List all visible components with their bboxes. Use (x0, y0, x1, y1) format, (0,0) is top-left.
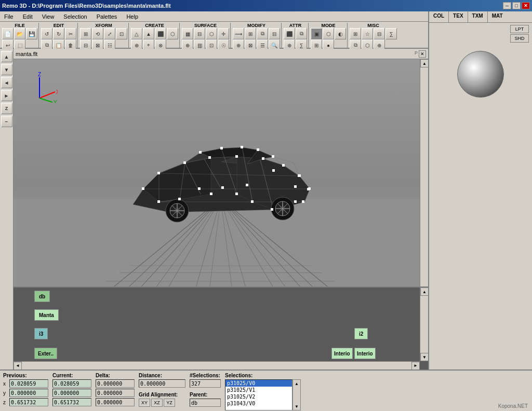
tb-xform-4[interactable]: ⊡ (116, 28, 127, 39)
tb-mode-1[interactable]: ▣ (311, 28, 322, 39)
tree-node-interior1[interactable]: Interio (331, 348, 353, 359)
tb-surf-4[interactable]: ✛ (218, 28, 229, 39)
tb-open[interactable]: 📂 (14, 28, 25, 39)
sellist-vscrollbar[interactable]: ▲ ▼ (292, 379, 301, 410)
tb-create-4[interactable]: ⬡ (167, 28, 178, 39)
tb-surf-1[interactable]: ▦ (182, 28, 193, 39)
tb-create-3[interactable]: ⬛ (155, 28, 166, 39)
toolbar-xform: XFORM ⊞ ⟲ ⤢ ⊡ ⊟ ⊠ ☷ (79, 23, 129, 51)
tb-create-2[interactable]: ▲ (143, 28, 154, 39)
left-right-btn[interactable]: ► (1, 90, 12, 101)
left-down-btn[interactable]: ▼ (1, 64, 12, 75)
tb-undo[interactable]: ↺ (41, 28, 52, 39)
menu-edit[interactable]: Edit (21, 12, 35, 21)
prev-y[interactable] (9, 389, 48, 397)
tree-node-manta[interactable]: Manta (34, 309, 59, 321)
tb-attr-2[interactable]: ⧉ (296, 28, 307, 39)
tree-hscroll-left[interactable]: ◄ (14, 362, 22, 370)
curr-z[interactable] (52, 398, 91, 406)
selections-count-val[interactable] (190, 379, 221, 388)
prev-z[interactable] (9, 398, 48, 406)
tree-node-i3[interactable]: i3 (34, 328, 48, 339)
minimize-button[interactable]: ─ (503, 2, 511, 9)
delta-y[interactable] (96, 389, 135, 397)
delta-x[interactable] (96, 379, 135, 388)
tree-node-interior2[interactable]: Interio (354, 348, 376, 359)
tree-hscrollbar[interactable]: ◄ ► (14, 361, 420, 369)
left-minus-btn[interactable]: − (1, 116, 12, 127)
close-button[interactable]: ✕ (522, 2, 530, 9)
left-left-btn[interactable]: ◄ (1, 77, 12, 88)
toolbar-modify: MODIFY ⟿ ⊞ ⧉ ⊟ ⊕ ⊠ ☰ 🔍 (232, 23, 282, 51)
tb-save[interactable]: 💾 (26, 28, 37, 39)
vscroll-up[interactable]: ▲ (420, 59, 428, 67)
menu-file[interactable]: File (2, 12, 16, 21)
tb-misc-1[interactable]: ⊞ (350, 28, 361, 39)
tree-node-i2[interactable]: i2 (354, 328, 368, 339)
shd-button[interactable]: SHD (510, 34, 529, 43)
tree-node-exterior[interactable]: Exter.. (34, 348, 57, 359)
tb-misc-3[interactable]: ⊟ (374, 28, 385, 39)
menu-palettes[interactable]: Palettes (95, 12, 119, 21)
sellist-up[interactable]: ▲ (293, 380, 300, 387)
left-up-btn[interactable]: ▲ (1, 51, 12, 62)
tb-surf-2[interactable]: ⊟ (194, 28, 205, 39)
tb-create-1[interactable]: △ (131, 28, 142, 39)
sel-item-1[interactable]: p31025/V1 (225, 387, 292, 393)
distance-val[interactable] (139, 379, 185, 388)
toolbar-edit-label: EDIT (41, 23, 76, 28)
grid-xy[interactable]: XY (139, 399, 150, 407)
grid-yz[interactable]: YZ (164, 399, 175, 407)
tb-xform-1[interactable]: ⊞ (80, 28, 91, 39)
tree-vscroll-track[interactable] (420, 296, 428, 353)
selections-list[interactable]: p31025/V0 p31025/V1 p31025/V2 p31043/V0 (225, 379, 292, 410)
tb-cut[interactable]: ✂ (65, 28, 76, 39)
previous-group: Previous: x y z (3, 373, 48, 406)
tb-mod-1[interactable]: ⟿ (233, 28, 244, 39)
tb-mode-2[interactable]: ⬡ (323, 28, 334, 39)
sellist-down[interactable]: ▼ (293, 403, 300, 410)
tb-misc-4[interactable]: ∑ (385, 28, 397, 39)
left-z-btn[interactable]: Z (1, 103, 12, 114)
svg-text:Y: Y (54, 100, 57, 103)
tb-mode-3[interactable]: ◐ (335, 28, 346, 39)
viewport-title: manta.flt (16, 51, 37, 57)
grid-xz[interactable]: XZ (151, 399, 163, 407)
tab-mat[interactable]: MAT (488, 11, 507, 22)
menu-help[interactable]: Help (124, 12, 140, 21)
selections-list-group: Selections: p31025/V0 p31025/V1 p31025/V… (225, 373, 292, 410)
tree-vscroll-down[interactable]: ▼ (420, 353, 428, 361)
tb-misc-2[interactable]: ☆ (362, 28, 373, 39)
menu-view[interactable]: View (40, 12, 57, 21)
sel-item-2[interactable]: p31025/V2 (225, 393, 292, 400)
prev-x[interactable] (9, 379, 48, 388)
tree-vscrollbar[interactable]: ▲ ▼ (420, 287, 428, 361)
tb-xform-2[interactable]: ⟲ (92, 28, 103, 39)
lpt-button[interactable]: LPT (510, 25, 529, 33)
tab-tex[interactable]: TEX (449, 11, 468, 22)
tb-redo[interactable]: ↻ (53, 28, 64, 39)
tb-xform-3[interactable]: ⤢ (104, 28, 115, 39)
tb-surf-3[interactable]: ⬡ (206, 28, 217, 39)
tb-mod-4[interactable]: ⊟ (269, 28, 280, 39)
tb-new[interactable]: 📄 (2, 28, 14, 39)
tree-node-db[interactable]: db (34, 291, 50, 302)
tab-col[interactable]: COL (429, 11, 449, 22)
sel-item-3[interactable]: p31043/V0 (225, 400, 292, 407)
maximize-button[interactable]: □ (512, 2, 521, 9)
svg-rect-81 (307, 188, 310, 190)
delta-z[interactable] (96, 398, 135, 406)
viewport-close[interactable]: ✕ (419, 50, 426, 58)
tb-attr-1[interactable]: ⬛ (284, 28, 295, 39)
sellist-track[interactable] (293, 387, 300, 403)
sel-item-0[interactable]: p31025/V0 (225, 380, 292, 387)
curr-y[interactable] (52, 389, 91, 397)
tree-hscroll-right[interactable]: ► (411, 362, 420, 370)
parent-val[interactable] (190, 399, 221, 407)
tab-txm[interactable]: TXM (468, 11, 488, 22)
tb-mod-2[interactable]: ⊞ (245, 28, 256, 39)
curr-x[interactable] (52, 379, 91, 388)
tree-vscroll-up[interactable]: ▲ (420, 287, 428, 296)
menu-selection[interactable]: Selection (61, 12, 89, 21)
tb-mod-3[interactable]: ⧉ (257, 28, 268, 39)
